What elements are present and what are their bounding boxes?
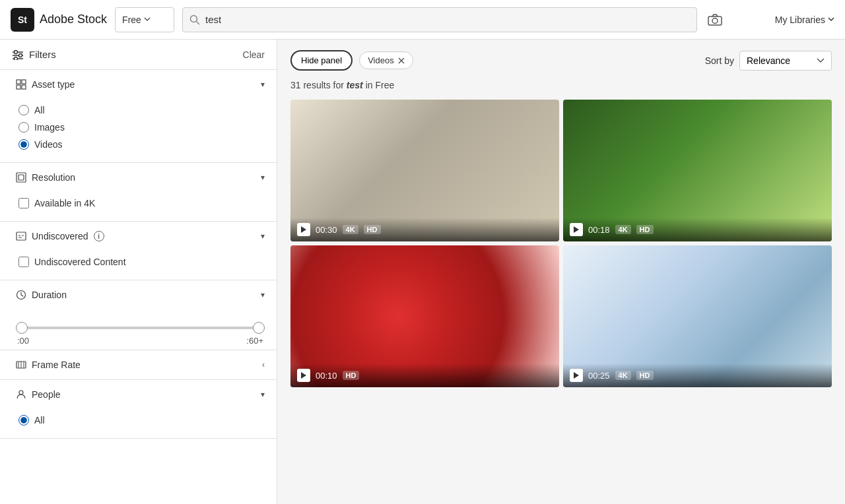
people-icon xyxy=(16,389,26,400)
undiscovered-body: Undiscovered Content xyxy=(0,251,277,280)
asset-type-images-radio[interactable] xyxy=(18,122,29,133)
results-query: test xyxy=(347,80,363,90)
search-input[interactable] xyxy=(205,14,690,25)
svg-rect-16 xyxy=(17,232,26,240)
people-all-label: All xyxy=(34,415,45,425)
video-card[interactable]: 00:10 HD xyxy=(290,245,559,387)
sort-area: Sort by Relevance Newest Undiscovered xyxy=(705,51,832,71)
resolution-label-area: Resolution xyxy=(16,172,75,183)
videos-tag-pill[interactable]: Videos xyxy=(359,51,413,69)
undiscovered-label-area: Undiscovered i xyxy=(16,231,104,241)
asset-type-images-label: Images xyxy=(34,122,65,133)
asset-type-header[interactable]: Asset type ▾ xyxy=(0,70,277,99)
video-overlay: 00:10 HD xyxy=(290,363,559,387)
svg-rect-10 xyxy=(17,80,20,84)
people-all-option[interactable]: All xyxy=(18,412,265,429)
header: St Adobe Stock Free My Libraries xyxy=(0,0,845,40)
svg-rect-11 xyxy=(22,80,26,84)
main-content: Hide panel Videos Sort by Relevance Newe… xyxy=(277,40,845,504)
duration-slider-container: :00 :60+ xyxy=(0,309,277,350)
frame-rate-header[interactable]: Frame Rate ‹ xyxy=(0,350,277,379)
duration-slider-thumb-right[interactable] xyxy=(253,322,265,334)
duration-header[interactable]: Duration ▾ xyxy=(0,280,277,309)
video-card[interactable]: 00:25 4K HD xyxy=(563,245,832,387)
chevron-down-icon xyxy=(144,17,151,22)
my-libraries-button[interactable]: My Libraries xyxy=(775,15,834,25)
resolution-4k-checkbox[interactable] xyxy=(18,198,29,208)
svg-rect-13 xyxy=(22,85,26,89)
duration-slider-labels: :00 :60+ xyxy=(16,336,265,346)
resolution-4k-label: Available in 4K xyxy=(34,198,95,208)
video-card[interactable]: 00:18 4K HD xyxy=(563,100,832,241)
svg-point-22 xyxy=(19,391,23,394)
svg-point-7 xyxy=(15,50,18,53)
asset-type-section: Asset type ▾ All Images Videos xyxy=(0,70,277,163)
video-badge-hd: HD xyxy=(364,225,381,234)
asset-type-label: Asset type xyxy=(32,79,75,90)
camera-search-button[interactable] xyxy=(705,11,725,28)
play-icon xyxy=(297,223,310,236)
asset-type-all-radio[interactable] xyxy=(18,105,29,115)
free-select-dropdown[interactable]: Free xyxy=(115,7,174,32)
resolution-header[interactable]: Resolution ▾ xyxy=(0,163,277,192)
filters-heading: Filters xyxy=(29,49,56,60)
logo-area: St Adobe Stock xyxy=(11,8,107,32)
sidebar: Filters Clear Asset type ▾ All Ima xyxy=(0,40,277,504)
duration-section: Duration ▾ :00 :60+ xyxy=(0,280,277,350)
filters-icon xyxy=(12,49,24,60)
undiscovered-info-icon: i xyxy=(94,231,104,241)
video-badge-hd: HD xyxy=(636,371,654,380)
duration-slider-fill xyxy=(16,327,265,329)
asset-type-videos-radio[interactable] xyxy=(18,139,29,150)
video-card[interactable]: 00:30 4K HD xyxy=(290,100,559,241)
resolution-section: Resolution ▾ Available in 4K xyxy=(0,163,277,222)
people-chevron-icon: ▾ xyxy=(261,390,265,399)
undiscovered-header[interactable]: Undiscovered i ▾ xyxy=(0,222,277,251)
camera-icon xyxy=(708,14,722,26)
undiscovered-label: Undiscovered xyxy=(32,231,88,241)
video-badge-4k: 4K xyxy=(615,225,631,234)
videos-tag-label: Videos xyxy=(368,55,394,65)
duration-icon xyxy=(16,290,26,300)
main-layout: Filters Clear Asset type ▾ All Ima xyxy=(0,40,845,504)
asset-type-body: All Images Videos xyxy=(0,99,277,162)
frame-rate-chevron-icon: ‹ xyxy=(262,360,265,369)
svg-rect-14 xyxy=(17,173,26,182)
video-duration: 00:30 xyxy=(316,225,337,235)
resolution-icon xyxy=(16,172,26,183)
results-suffix: in Free xyxy=(366,80,395,90)
undiscovered-content-checkbox[interactable] xyxy=(18,257,29,267)
svg-rect-12 xyxy=(17,85,20,89)
people-label-area: People xyxy=(16,389,61,400)
frame-rate-section: Frame Rate ‹ xyxy=(0,350,277,380)
duration-chevron-icon: ▾ xyxy=(261,290,265,299)
video-badge-hd: HD xyxy=(636,225,654,234)
asset-type-icon xyxy=(16,79,26,90)
asset-type-images-option[interactable]: Images xyxy=(18,119,265,136)
duration-slider-track xyxy=(16,327,265,329)
play-icon xyxy=(297,369,310,382)
people-all-radio[interactable] xyxy=(18,415,29,425)
hide-panel-button[interactable]: Hide panel xyxy=(290,50,353,71)
undiscovered-chevron-icon: ▾ xyxy=(261,232,265,241)
asset-type-videos-option[interactable]: Videos xyxy=(18,136,265,153)
resolution-4k-option[interactable]: Available in 4K xyxy=(18,195,265,212)
undiscovered-content-option[interactable]: Undiscovered Content xyxy=(18,253,265,270)
main-toolbar: Hide panel Videos Sort by Relevance Newe… xyxy=(290,50,832,71)
people-section: People ▾ All xyxy=(0,380,277,439)
resolution-label: Resolution xyxy=(32,172,75,183)
duration-min-label: :00 xyxy=(17,336,29,346)
search-icon xyxy=(189,15,200,25)
undiscovered-content-label: Undiscovered Content xyxy=(34,257,126,267)
duration-slider-thumb-left[interactable] xyxy=(16,322,28,334)
svg-line-1 xyxy=(197,21,200,24)
play-icon xyxy=(570,369,583,382)
people-header[interactable]: People ▾ xyxy=(0,380,277,409)
asset-type-all-option[interactable]: All xyxy=(18,102,265,119)
results-text: 31 results for xyxy=(290,80,344,90)
sort-select[interactable]: Relevance Newest Undiscovered xyxy=(739,51,832,71)
clear-button[interactable]: Clear xyxy=(243,49,265,60)
asset-type-videos-label: Videos xyxy=(34,139,63,150)
filters-label-area: Filters xyxy=(12,49,56,60)
svg-point-0 xyxy=(191,15,197,22)
